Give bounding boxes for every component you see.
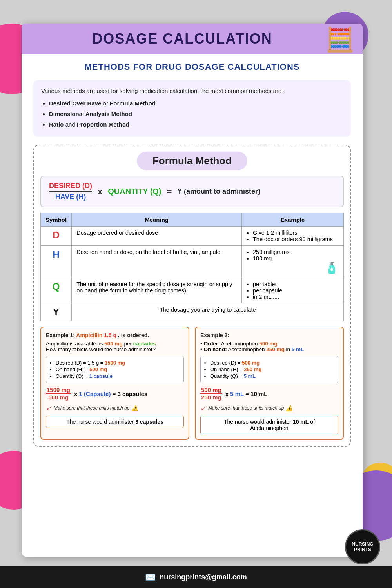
- warning-icon: ⚠️: [131, 405, 138, 411]
- example1-label: Example 1:: [46, 332, 76, 338]
- calculator-icon: 🧮: [325, 25, 355, 53]
- title-banner: DOSAGE CALCULATION 🧮: [22, 24, 363, 54]
- inner-item: On hand (H) = 500 mg: [56, 367, 179, 372]
- example2-fraction: 500 mg 250 mg: [200, 387, 222, 401]
- inner-item: Desired (D) = 1.5 g = 1500 mg: [56, 360, 179, 366]
- example1-unit: capsules: [133, 341, 156, 347]
- inner-item: Desired (D) = 500 mg: [210, 360, 333, 366]
- arrow-icon2: ↙: [200, 404, 206, 412]
- example1-match-note: ↙ Make sure that these units match up ⚠️: [46, 404, 184, 412]
- example-d: Give 1.2 milliliters The doctor orders 9…: [242, 227, 344, 246]
- example2-order: • Order: Acetaminophen 500 mg: [200, 341, 338, 347]
- footer-email: nursingprints@gmail.com: [160, 573, 247, 581]
- table-header-row: Symbol Meaning Example: [41, 213, 344, 227]
- example1-result-box: The nurse would administer 3 capsules: [46, 416, 184, 428]
- example-d-1: Give 1.2 milliliters: [253, 230, 339, 236]
- example1-instr: , is ordered.: [118, 332, 149, 338]
- equals-sign: =: [167, 187, 172, 197]
- example1-title: Example 1: Ampicillin 1.5 g , is ordered…: [46, 332, 184, 338]
- meaning-y: The dosage you are trying to calculate: [72, 303, 344, 321]
- formula-title-pill: Formula Method: [137, 152, 247, 170]
- example1-line2: Ampicillin is available as 500 mg per ca…: [46, 341, 184, 347]
- example1-calc-rest: x 1 (Capsule) = 3 capsules: [74, 390, 147, 397]
- meaning-d: Dosage ordered or desired dose: [72, 227, 242, 246]
- match-note-text: Make sure that these units match up: [54, 405, 129, 411]
- example1-drug: Ampicillin: [76, 332, 102, 338]
- symbol-h: H: [53, 249, 59, 260]
- match-note-text2: Make sure that these units match up: [208, 405, 284, 411]
- quantity-label: QUANTITY (Q): [108, 187, 161, 196]
- table-row: Y The dosage you are trying to calculate: [41, 303, 344, 321]
- intro-box: Various methods are used for solving med…: [33, 80, 351, 137]
- example-q: per tablet per capsule in 2 mL ....: [242, 278, 344, 303]
- symbol-d-cell: D: [41, 227, 72, 246]
- symbol-y-cell: Y: [41, 303, 72, 321]
- example1-fraction: 1500 mg 500 mg: [46, 387, 71, 401]
- col-symbol: Symbol: [41, 213, 72, 227]
- email-icon: ✉️: [145, 572, 156, 583]
- inner-item: Quantity (Q) = 5 mL: [210, 373, 333, 379]
- example2-onhand: • On hand: Acetaminophen 250 mg in 5 mL: [200, 347, 338, 352]
- example1-question: How many tablets would the nurse adminis…: [46, 347, 184, 352]
- example1-calc-row: 1500 mg 500 mg x 1 (Capsule) = 3 capsule…: [46, 387, 184, 401]
- example2-match-note: ↙ Make sure that these units match up ⚠️: [200, 404, 338, 412]
- arrow-icon: ↙: [46, 404, 52, 412]
- desired-label: DESIRED (D): [49, 182, 92, 192]
- example-h-1: 250 milligrams: [253, 249, 339, 255]
- formula-title-wrap: Formula Method: [40, 152, 344, 170]
- method-3: Ratio and Proportion Method: [49, 120, 343, 129]
- footer: ✉️ nursingprints@gmail.com: [0, 566, 392, 588]
- intro-text: Various methods are used for solving med…: [41, 86, 343, 96]
- result-label: Y (amount to administer): [177, 187, 260, 196]
- table-row: H Dose on hand or dose, on the label of …: [41, 246, 344, 278]
- inner-item: Quantity (Q) = 1 capsule: [56, 373, 179, 379]
- inner-item: On hand (H) = 250 mg: [210, 367, 333, 372]
- have-label: HAVE (H): [55, 193, 86, 201]
- example2-box: Example 2: • Order: Acetaminophen 500 mg…: [195, 327, 344, 440]
- col-example: Example: [242, 213, 344, 227]
- formula-box: DESIRED (D) HAVE (H) x QUANTITY (Q) = Y …: [40, 176, 344, 207]
- example-h-2: 100 mg: [253, 255, 339, 261]
- main-card: DOSAGE CALCULATION 🧮 METHODS FOR DRUG DO…: [22, 24, 363, 557]
- examples-row: Example 1: Ampicillin 1.5 g , is ordered…: [40, 327, 344, 440]
- table-row: Q The unit of measure for the specific d…: [41, 278, 344, 303]
- example-h: 250 milligrams 100 mg 🧴: [242, 246, 344, 278]
- meaning-h: Dose on hand or dose, on the label of bo…: [72, 246, 242, 278]
- method-1: Desired Over Have or Formula Method: [49, 99, 343, 108]
- warning-icon2: ⚠️: [286, 405, 292, 411]
- example1-dose2: 500 mg: [104, 341, 123, 347]
- formula-fraction: DESIRED (D) HAVE (H): [49, 182, 92, 201]
- example2-title: Example 2:: [200, 332, 338, 338]
- example1-result-prefix: The nurse would administer: [66, 419, 135, 425]
- meaning-q: The unit of measure for the specific dos…: [72, 278, 242, 303]
- symbol-y: Y: [53, 307, 59, 317]
- example2-numerator: 500 mg: [200, 387, 222, 394]
- example2-label: Example 2:: [200, 332, 229, 338]
- example1-numerator: 1500 mg: [46, 387, 71, 394]
- example2-denominator: 250 mg: [201, 394, 221, 401]
- symbol-q: Q: [53, 281, 60, 292]
- col-meaning: Meaning: [72, 213, 242, 227]
- example-q-3: in 2 mL ....: [253, 294, 339, 300]
- example1-box: Example 1: Ampicillin 1.5 g , is ordered…: [40, 327, 189, 440]
- example2-result-bold: 10 mL: [293, 419, 309, 425]
- example2-result-prefix: The nurse would administer: [224, 419, 293, 425]
- method-2: Dimensional Analysis Method: [49, 109, 343, 119]
- example-q-1: per tablet: [253, 281, 339, 287]
- example1-dose: 1.5 g: [104, 332, 116, 338]
- example2-inner-list: Desired (D) = 500 mg On hand (H) = 250 m…: [200, 356, 338, 383]
- table-row: D Dosage ordered or desired dose Give 1.…: [41, 227, 344, 246]
- bottle-icon: 🧴: [325, 261, 339, 274]
- times-sign: x: [98, 187, 102, 197]
- symbol-d: D: [53, 230, 59, 240]
- nursing-prints-badge: NURSING PRINTS: [345, 529, 380, 564]
- example2-result-box: The nurse would administer 10 mL of Acet…: [200, 416, 338, 434]
- symbol-h-cell: H: [41, 246, 72, 278]
- example-d-2: The doctor orders 90 milligrams: [253, 236, 339, 242]
- page-title: DOSAGE CALCULATION: [92, 31, 272, 47]
- example-q-2: per capsule: [253, 287, 339, 294]
- example1-denominator: 500 mg: [48, 394, 69, 401]
- symbols-table: Symbol Meaning Example D Dosage ordered …: [40, 213, 344, 321]
- formula-section: Formula Method DESIRED (D) HAVE (H) x QU…: [33, 145, 351, 447]
- example2-calc-rest: x 5 mL = 10 mL: [225, 390, 268, 397]
